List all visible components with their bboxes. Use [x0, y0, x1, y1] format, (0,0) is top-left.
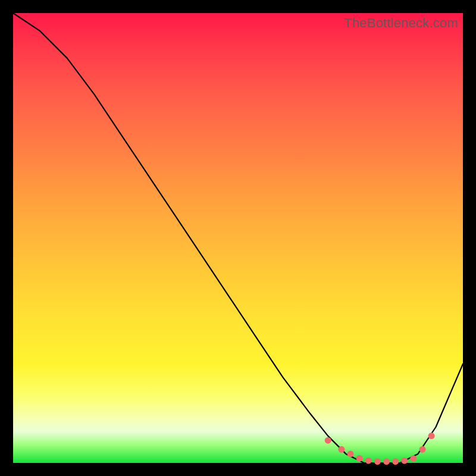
marker-dot [383, 458, 390, 465]
optimal-range-dots [325, 433, 435, 465]
bottleneck-curve [13, 13, 463, 463]
chart-stage: TheBottleneck.com [0, 0, 476, 476]
chart-plot-area: TheBottleneck.com [13, 13, 463, 463]
chart-svg [13, 13, 463, 463]
marker-dot [428, 433, 435, 439]
marker-dot [392, 458, 399, 465]
marker-dot [338, 446, 345, 453]
marker-dot [356, 455, 363, 462]
marker-dot [347, 450, 354, 457]
marker-dot [365, 458, 372, 464]
marker-dot [325, 437, 331, 444]
marker-dot [419, 446, 426, 453]
marker-dot [374, 458, 381, 465]
marker-dot [401, 458, 408, 464]
marker-dot [410, 455, 416, 462]
